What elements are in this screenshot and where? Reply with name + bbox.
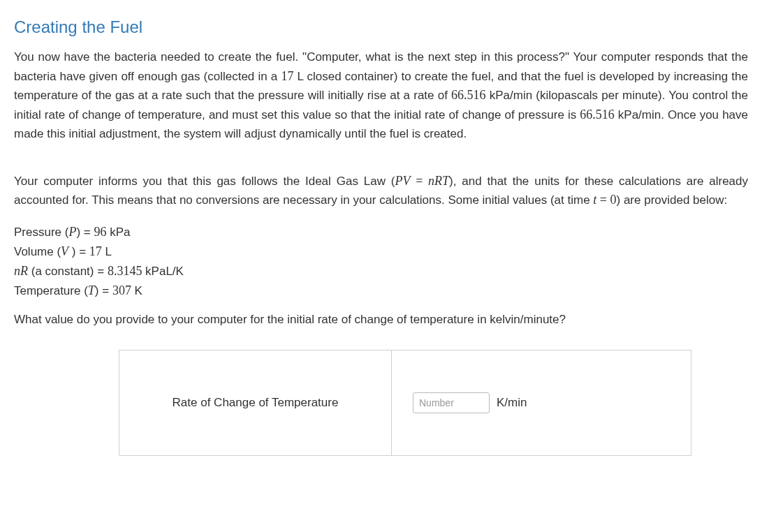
answer-box: Rate of Change of Temperature K/min	[119, 350, 691, 456]
volume-value: 17	[281, 69, 293, 83]
var-V: V	[403, 174, 411, 188]
var-V: V	[61, 244, 68, 258]
gas-law-paragraph: Your computer informs you that this gas …	[14, 172, 748, 211]
unit: K	[131, 284, 142, 297]
label: Volume (	[14, 245, 61, 258]
volume-value: 17	[89, 244, 102, 258]
label: Pressure (	[14, 226, 68, 239]
pressure-value: 96	[94, 225, 106, 239]
page-title: Creating the Fuel	[14, 14, 748, 40]
label: Temperature (	[14, 284, 88, 297]
label: ) =	[76, 226, 94, 239]
intro-paragraph: You now have the bacteria needed to crea…	[14, 48, 748, 143]
unit: kPa	[106, 226, 130, 239]
equals-sign: =	[411, 174, 428, 188]
nR-value: 8.3145	[108, 264, 142, 278]
label: (a constant) =	[28, 265, 108, 278]
answer-label-cell: Rate of Change of Temperature	[119, 350, 392, 455]
label: ) =	[95, 284, 112, 297]
rate-value-2: 66.516	[580, 108, 615, 121]
var-P: P	[68, 225, 76, 239]
text-segment: ) are provided below:	[617, 193, 728, 207]
volume-line: Volume (V ) = 17 L	[14, 242, 748, 262]
var-R: R	[20, 264, 28, 278]
answer-unit: K/min	[497, 394, 527, 412]
var-P: P	[395, 174, 403, 188]
var-R: R	[434, 174, 442, 188]
temperature-value: 307	[112, 283, 131, 297]
answer-label: Rate of Change of Temperature	[173, 394, 339, 412]
equals-sign: =	[596, 193, 610, 207]
rate-value-1: 66.516	[451, 88, 486, 102]
initial-values-list: Pressure (P) = 96 kPa Volume (V ) = 17 L…	[14, 223, 748, 301]
label: ) =	[68, 245, 89, 258]
unit: L	[102, 245, 112, 258]
nR-line: nR (a constant) = 8.3145 kPaL/K	[14, 262, 748, 281]
unit: kPaL/K	[142, 265, 184, 278]
temperature-line: Temperature (T) = 307 K	[14, 281, 748, 301]
var-n: n	[14, 264, 20, 278]
var-T: T	[442, 174, 449, 188]
var-T: T	[88, 283, 95, 297]
var-n: n	[428, 174, 434, 188]
text-segment: Your computer informs you that this gas …	[14, 175, 395, 188]
question-text: What value do you provide to your comput…	[14, 311, 748, 329]
answer-input-cell: K/min	[392, 350, 691, 455]
temperature-rate-input[interactable]	[413, 392, 490, 413]
pressure-line: Pressure (P) = 96 kPa	[14, 223, 748, 242]
t-zero: 0	[610, 193, 617, 207]
